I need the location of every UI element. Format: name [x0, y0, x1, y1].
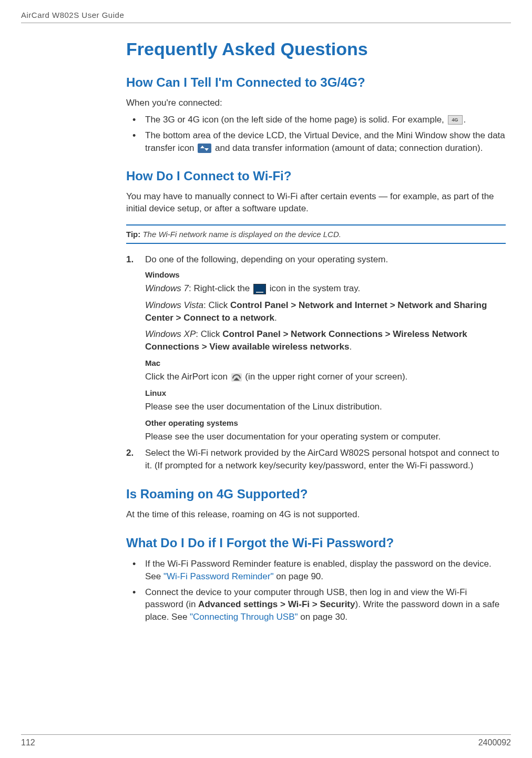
s4-b1-b: on page 90. [273, 571, 323, 581]
s1-bullet-1: The 3G or 4G icon (on the left side of t… [126, 114, 506, 126]
other-label: Other operating systems [145, 417, 506, 428]
win7-line: Windows 7: Right-click the icon in the s… [145, 282, 506, 295]
s2-step-2: 2. Select the Wi-Fi network provided by … [126, 447, 506, 472]
s1-b1-text-a: The 3G or 4G icon (on the left side of t… [145, 115, 447, 125]
mac-label: Mac [145, 357, 506, 368]
content: Frequently Asked Questions How Can I Tel… [126, 23, 506, 623]
section-heading-wifi: How Do I Connect to Wi-Fi? [126, 169, 506, 183]
xp-a: : Click [196, 329, 222, 339]
s2-intro: You may have to manually connect to Wi-F… [126, 191, 506, 215]
s4-b2-path: Advanced settings > Wi-Fi > Security [198, 599, 355, 609]
s1-b1-text-b: . [464, 115, 466, 125]
header: AirCard W802S User Guide [21, 11, 511, 23]
page-number: 112 [21, 738, 35, 747]
s4-b2-c: on page 30. [298, 612, 348, 622]
s4-bullets: If the Wi-Fi Password Reminder feature i… [126, 558, 506, 623]
mac-line: Click the AirPort icon (in the upper rig… [145, 371, 506, 383]
wifi-password-reminder-link[interactable]: "Wi-Fi Password Reminder" [163, 571, 274, 581]
airport-icon [231, 373, 242, 382]
vista-b: . [274, 313, 277, 323]
s1-b2-text-b: and data transfer information (amount of… [215, 143, 483, 153]
linux-text: Please see the user documentation of the… [145, 401, 506, 413]
win7-b: icon in the system tray. [267, 283, 360, 293]
win7-a: : Right-click the [189, 283, 252, 293]
vista-a: : Click [203, 300, 230, 310]
xp-line: Windows XP: Click Control Panel > Networ… [145, 328, 506, 353]
step1-text: Do one of the following, depending on yo… [145, 254, 388, 264]
linux-label: Linux [145, 387, 506, 398]
mac-b: (in the upper right corner of your scree… [243, 372, 408, 382]
s2-step-1: 1. Do one of the following, depending on… [126, 253, 506, 443]
data-transfer-icon [198, 144, 211, 153]
vista-line: Windows Vista: Click Control Panel > Net… [145, 299, 506, 324]
mac-a: Click the AirPort icon [145, 372, 230, 382]
s4-bullet-1: If the Wi-Fi Password Reminder feature i… [126, 558, 506, 583]
footer: 112 2400092 [21, 734, 511, 747]
windows-label: Windows [145, 269, 506, 280]
step1-num: 1. [126, 253, 134, 266]
page: AirCard W802S User Guide Frequently Aske… [0, 0, 532, 758]
vista-os: Windows Vista [145, 300, 203, 310]
section-heading-connected: How Can I Tell I'm Connected to 3G/4G? [126, 75, 506, 90]
section-heading-password: What Do I Do if I Forgot the Wi-Fi Passw… [126, 536, 506, 550]
step2-num: 2. [126, 447, 134, 459]
tip-box: Tip: The Wi-Fi network name is displayed… [126, 224, 506, 244]
other-text: Please see the user documentation for yo… [145, 431, 506, 443]
win7-os: Windows 7 [145, 283, 189, 293]
page-title: Frequently Asked Questions [126, 39, 506, 59]
step2-text: Select the Wi-Fi network provided by the… [145, 448, 499, 470]
section-heading-roaming: Is Roaming on 4G Supported? [126, 487, 506, 501]
xp-b: . [350, 342, 352, 352]
xp-os: Windows XP [145, 329, 196, 339]
doc-title: AirCard W802S User Guide [21, 11, 124, 19]
tip-label: Tip: [126, 230, 140, 239]
doc-number: 2400092 [478, 738, 511, 747]
s4-bullet-2: Connect the device to your computer thro… [126, 586, 506, 623]
s1-intro: When you're connected: [126, 97, 506, 109]
s1-bullets: The 3G or 4G icon (on the left side of t… [126, 114, 506, 154]
s2-steps: 1. Do one of the following, depending on… [126, 253, 506, 472]
four-g-icon: 4G [448, 115, 463, 125]
s1-bullet-2: The bottom area of the device LCD, the V… [126, 129, 506, 155]
network-monitor-icon [253, 284, 266, 294]
tip-text: The Wi-Fi network name is displayed on t… [140, 230, 341, 239]
connecting-through-usb-link[interactable]: "Connecting Through USB" [190, 612, 298, 622]
s3-text: At the time of this release, roaming on … [126, 509, 506, 521]
